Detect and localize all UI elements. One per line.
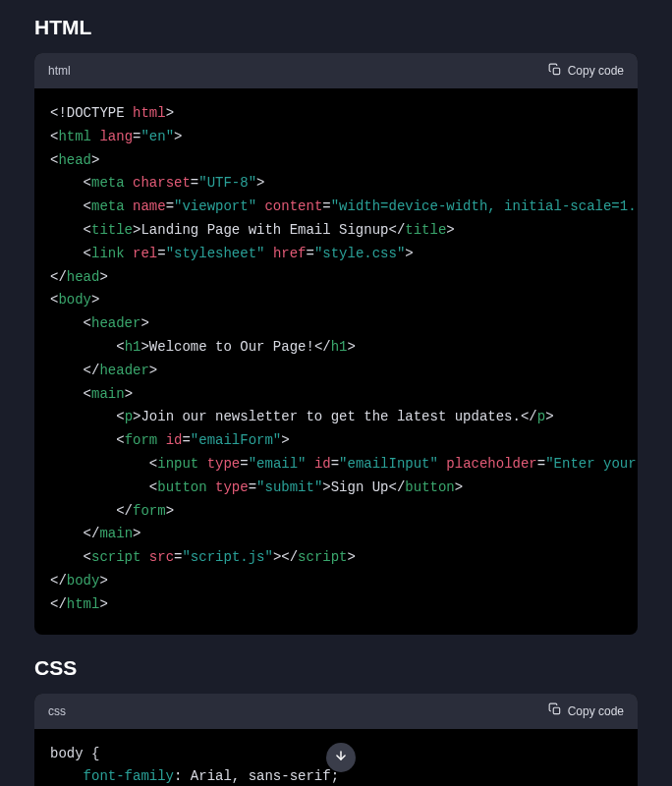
code-token: "script.js": [182, 549, 272, 565]
copy-code-label: Copy code: [568, 64, 624, 78]
copy-code-button[interactable]: Copy code: [548, 702, 624, 719]
code-token: title: [91, 222, 133, 238]
code-token: html: [58, 129, 91, 144]
code-token: form: [125, 432, 158, 448]
code-token: Sign Up: [331, 479, 389, 495]
code-token: head: [58, 152, 91, 168]
code-token: "email": [249, 456, 307, 472]
scroll-down-button[interactable]: [326, 743, 356, 772]
code-token: meta: [91, 175, 125, 191]
code-token: type: [215, 479, 249, 495]
code-header: html Copy code: [34, 53, 638, 88]
arrow-down-icon: [334, 749, 348, 766]
code-token: title: [405, 222, 446, 238]
code-token: font-family: [84, 768, 174, 784]
clipboard-icon: [548, 63, 562, 80]
code-token: {: [84, 746, 100, 761]
code-token: meta: [91, 198, 125, 214]
code-token: "width=device-width, initial-scale=1.: [331, 198, 637, 214]
code-token: Welcome to Our Page!: [149, 339, 314, 355]
code-token: body: [58, 292, 91, 308]
code-token: header: [91, 315, 140, 331]
code-token: body: [67, 573, 100, 589]
code-token: name: [133, 198, 166, 214]
code-token: p: [125, 409, 133, 424]
code-token: Landing Page with Email Signup: [140, 222, 388, 238]
code-token: h1: [331, 339, 348, 355]
language-label: css: [48, 704, 66, 718]
code-token: script: [91, 549, 140, 565]
svg-rect-0: [553, 68, 559, 74]
code-token: input: [157, 456, 198, 472]
code-token: type: [207, 456, 241, 472]
clipboard-icon: [548, 702, 562, 719]
code-token: : Arial, sans-serif;: [174, 768, 339, 784]
code-token: content: [264, 198, 322, 214]
code-token: main: [99, 526, 133, 541]
code-token: button: [157, 479, 206, 495]
language-label: html: [48, 64, 71, 78]
code-token: rel: [133, 246, 157, 261]
code-token: "UTF-8": [198, 175, 256, 191]
code-token: lang: [99, 129, 133, 144]
css-heading: CSS: [34, 656, 638, 680]
css-code-card: css Copy code body { font-family: Arial,…: [34, 694, 638, 786]
code-token: "emailForm": [191, 432, 281, 448]
copy-code-label: Copy code: [568, 704, 624, 718]
html-code-body[interactable]: <!DOCTYPE html> <html lang="en"> <head> …: [34, 88, 638, 635]
code-token: main: [91, 386, 125, 402]
code-token: "style.css": [314, 246, 405, 261]
code-token: button: [405, 479, 454, 495]
code-token: h1: [125, 339, 141, 355]
code-token: p: [537, 409, 545, 424]
code-token: id: [166, 432, 183, 448]
code-token: form: [133, 503, 166, 519]
copy-code-button[interactable]: Copy code: [548, 63, 624, 80]
code-token: Join our newsletter to get the latest up…: [140, 409, 520, 424]
code-token: placeholder: [446, 456, 536, 472]
code-token: body: [50, 746, 84, 761]
code-token: "viewport": [174, 198, 256, 214]
html-heading: HTML: [34, 16, 638, 39]
code-token: href: [273, 246, 307, 261]
code-header: css Copy code: [34, 694, 638, 729]
code-token: <!DOCTYPE: [50, 105, 133, 121]
code-token: html: [67, 596, 100, 612]
code-token: src: [149, 549, 174, 565]
code-token: script: [298, 549, 347, 565]
code-token: "submit": [256, 479, 322, 495]
html-code-card: html Copy code <!DOCTYPE html> <html lan…: [34, 53, 638, 635]
code-token: charset: [133, 175, 191, 191]
svg-rect-1: [553, 707, 559, 713]
code-token: "Enter your: [545, 456, 636, 472]
code-token: id: [314, 456, 331, 472]
code-token: "en": [140, 129, 174, 144]
code-token: "stylesheet": [166, 246, 265, 261]
code-token: link: [91, 246, 125, 261]
code-token: header: [99, 363, 148, 378]
code-token: head: [67, 269, 100, 285]
code-token: html: [133, 105, 166, 121]
code-token: "emailInput": [339, 456, 438, 472]
